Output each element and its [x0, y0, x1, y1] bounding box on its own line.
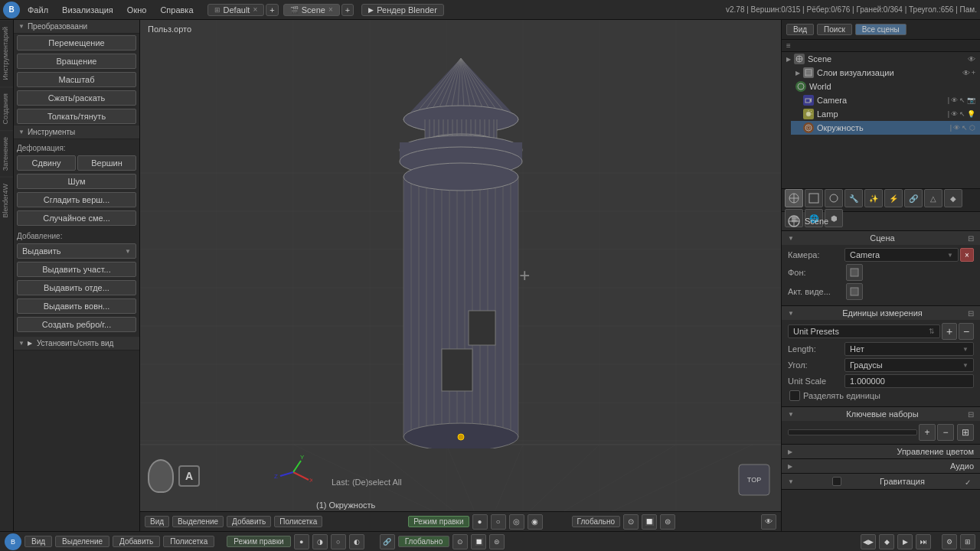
outliner-item-circle[interactable]: ▶ Окружность | 👁 ↖ ⬡	[791, 121, 980, 135]
edge-tab-blender4w[interactable]: Blender4W	[0, 177, 13, 224]
bottom-blender-icon[interactable]: B	[5, 533, 21, 550]
workspace-tab-scene[interactable]: 🎬 Scene ×	[283, 4, 340, 16]
create-rib-button[interactable]: Создать ребро/г...	[17, 317, 136, 332]
rp-all-scenes-btn[interactable]: Все сцены	[855, 24, 906, 35]
navigation-cube[interactable]: TOP	[735, 461, 773, 500]
edge-tab-create[interactable]: Создания	[0, 86, 13, 130]
circle-mesh-icon[interactable]: ⬡	[969, 124, 975, 132]
key-sets-section-header[interactable]: Ключевые наборы ⊟	[782, 407, 980, 421]
unit-presets-select[interactable]: Unit Presets	[788, 324, 940, 338]
noise-button[interactable]: Шум	[17, 174, 136, 189]
blender-logo-icon[interactable]: B	[3, 2, 20, 18]
vp-select-btn[interactable]: Выделение	[172, 516, 224, 527]
end-frame-icon[interactable]: ⏭	[916, 534, 931, 549]
key-set-settings-btn[interactable]: ⊞	[957, 424, 974, 441]
settings-icon[interactable]: ⚙	[942, 534, 957, 549]
play-icon[interactable]: ▶	[897, 534, 913, 549]
camera-eye-icon[interactable]: 👁	[951, 96, 958, 104]
angle-prop-value[interactable]: Градусы	[844, 358, 974, 372]
physics-props-icon[interactable]: ⚡	[884, 189, 903, 207]
key-set-remove-btn[interactable]: −	[937, 424, 954, 441]
menu-file[interactable]: Файл	[21, 4, 54, 16]
menu-window[interactable]: Окно	[121, 4, 153, 16]
vertex-paint-icon[interactable]: ●	[294, 534, 309, 549]
vp-view-btn[interactable]: Вид	[145, 516, 169, 527]
edge-tab-shading[interactable]: Затенение	[0, 130, 13, 177]
camera-render-icon[interactable]: 📷	[967, 96, 975, 104]
face-select-icon[interactable]: ◑	[312, 534, 328, 549]
unit-presets-add-btn[interactable]: +	[942, 323, 957, 340]
edge-tab-tools[interactable]: Инструментарий	[0, 20, 13, 86]
outliner-item-render-layers[interactable]: ▶ Слои визуализации 👁 +	[791, 66, 980, 80]
rp-view-btn[interactable]: Вид	[786, 24, 814, 35]
render-engine-select[interactable]: ▶ Рендер Blender	[361, 4, 444, 16]
shear-button[interactable]: Сжать/раскать	[17, 90, 136, 106]
random-button[interactable]: Случайное сме...	[17, 210, 136, 226]
bottom-edit-mode-btn[interactable]: Режим правки	[227, 536, 290, 547]
outliner-item-world[interactable]: World	[791, 80, 980, 93]
workspace-tab-add2[interactable]: +	[341, 4, 354, 16]
render-layers-eye-icon[interactable]: 👁	[962, 69, 970, 77]
scale-button[interactable]: Масштаб	[17, 72, 136, 87]
camera-cursor-icon[interactable]: ↖	[959, 96, 965, 104]
bg-prop-value[interactable]	[846, 264, 863, 281]
extrude-dropdown[interactable]: Выдавить	[17, 243, 136, 259]
menu-help[interactable]: Справка	[154, 4, 199, 16]
bottom-global-btn[interactable]: Глобально	[398, 536, 450, 547]
transform-mode-btn[interactable]: Глобально	[572, 516, 621, 527]
wire-mode-icon[interactable]: ○	[491, 514, 506, 530]
split-units-checkbox[interactable]	[789, 390, 800, 401]
overlay-icon[interactable]: 👁	[761, 514, 776, 530]
bottom-select-btn[interactable]: Выделение	[55, 536, 109, 547]
render-layers-add-icon[interactable]: +	[972, 69, 975, 77]
gravity-section-header[interactable]: Гравитация ✓	[782, 474, 980, 489]
extrude-side-button[interactable]: Выдавить отде...	[17, 280, 136, 295]
vertex-button[interactable]: Вершин	[77, 155, 136, 171]
push-button[interactable]: Толкать/тянуть	[17, 109, 136, 124]
timeline-icon[interactable]: ◀▶	[861, 534, 876, 549]
object-props-icon[interactable]	[825, 189, 843, 207]
length-prop-value[interactable]: Нет	[844, 342, 974, 356]
pivot-center-icon[interactable]: ⊙	[452, 534, 468, 549]
workspace-tab-default[interactable]: ⊞ Default ×	[207, 4, 265, 16]
vp-add-btn[interactable]: Добавить	[227, 516, 271, 527]
gravity-enable-checkbox[interactable]	[832, 477, 841, 486]
move-button[interactable]: Перемещение	[17, 35, 136, 51]
proportional-icon[interactable]: ⊜	[660, 514, 675, 530]
outliner-item-lamp[interactable]: ▶ Lamp | 👁 ↖ 💡	[791, 107, 980, 121]
particle-props-icon[interactable]: ✨	[864, 189, 883, 207]
render-mode-icon[interactable]: ◉	[528, 514, 543, 530]
camera-prop-value[interactable]: Camera	[844, 248, 959, 262]
camera-close-btn[interactable]: ×	[960, 248, 974, 262]
lamp-eye-icon[interactable]: 👁	[951, 110, 958, 118]
vert-select-icon[interactable]: ◐	[349, 534, 364, 549]
proportional-edit-icon[interactable]: ⊜	[489, 534, 505, 549]
workspace-close-default[interactable]: ×	[253, 5, 257, 14]
key-set-add-btn[interactable]: +	[919, 424, 936, 441]
unit-presets-remove-btn[interactable]: −	[959, 323, 974, 340]
extrude-part-button[interactable]: Выдавить участ...	[17, 262, 136, 277]
pivot-icon[interactable]: ⊙	[623, 514, 639, 530]
scene-props-icon[interactable]	[785, 189, 803, 207]
menu-render[interactable]: Визализация	[56, 4, 119, 16]
rp-search-btn[interactable]: Поиск	[817, 24, 852, 35]
circle-cursor-icon[interactable]: ↖	[962, 124, 968, 132]
tools-section-title[interactable]: Инструменты	[14, 126, 139, 139]
shear-d-button[interactable]: Сдвину	[17, 155, 76, 171]
bottom-view-btn[interactable]: Вид	[24, 536, 52, 547]
unit-scale-prop-value[interactable]: 1.000000	[844, 374, 974, 388]
key-frame-icon[interactable]: ◆	[879, 534, 894, 549]
modifier-props-icon[interactable]: 🔧	[844, 189, 863, 207]
material-props-icon[interactable]: ◆	[944, 189, 962, 207]
key-set-input[interactable]	[788, 429, 917, 435]
circle-eye-icon[interactable]: 👁	[953, 124, 960, 132]
scene-section-header[interactable]: Сцена ⊟	[782, 231, 980, 245]
edge-select-icon[interactable]: ○	[331, 534, 346, 549]
workspace-close-scene[interactable]: ×	[328, 5, 333, 14]
lamp-cursor-icon[interactable]: ↖	[959, 110, 965, 118]
data-props-icon[interactable]: △	[924, 189, 942, 207]
transforms-section-title[interactable]: Преобразоваани	[14, 20, 139, 34]
workspace-tab-add[interactable]: +	[266, 4, 278, 16]
snap-icon[interactable]: 🔲	[642, 514, 657, 530]
rotate-button[interactable]: Вращение	[17, 54, 136, 69]
